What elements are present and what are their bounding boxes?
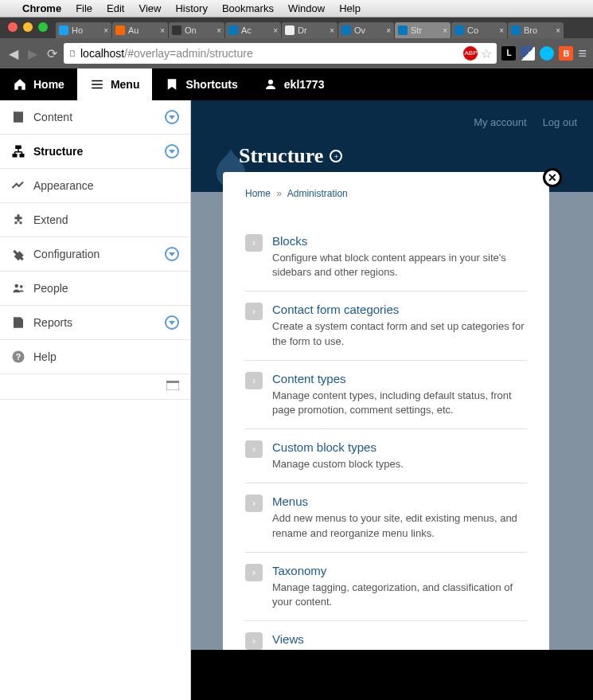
breadcrumb-home[interactable]: Home: [245, 188, 271, 199]
chevron-down-icon[interactable]: [165, 315, 179, 330]
sidebar-item-appearance[interactable]: Appearance: [0, 169, 190, 203]
sidebar-item-extend[interactable]: Extend: [0, 203, 190, 237]
menu-bookmarks[interactable]: Bookmarks: [222, 2, 274, 14]
address-bar[interactable]: 🗋 localhost/#overlay=admin/structure ABP…: [64, 43, 497, 64]
close-tab-icon[interactable]: ×: [217, 26, 221, 35]
admin-list: › Blocks Configure what block content ap…: [245, 223, 527, 675]
extension-icon[interactable]: [540, 46, 554, 61]
abp-icon[interactable]: ABP: [463, 46, 478, 61]
sidebar-item-people[interactable]: People: [0, 272, 190, 306]
user-links: My account Log out: [474, 116, 577, 128]
menu-view[interactable]: View: [138, 2, 161, 14]
menu-file[interactable]: File: [76, 2, 92, 14]
chevron-right-icon: ›: [245, 372, 263, 389]
sidebar-item-configuration[interactable]: Configuration: [0, 237, 190, 272]
close-tab-icon[interactable]: ×: [556, 26, 560, 35]
sidebar-orientation-toggle[interactable]: [0, 374, 190, 400]
chevron-right-icon: ›: [245, 632, 263, 650]
browser-tab[interactable]: Str×: [395, 22, 451, 38]
add-shortcut-button[interactable]: +: [330, 150, 342, 162]
browser-tab[interactable]: On×: [169, 22, 224, 38]
sidebar-item-structure[interactable]: Structure: [0, 135, 190, 169]
minimize-window-button[interactable]: [23, 22, 33, 32]
close-tab-icon[interactable]: ×: [443, 26, 447, 35]
admin-link[interactable]: Contact form categories: [272, 303, 527, 316]
zoom-window-button[interactable]: [38, 22, 48, 32]
sidebar-item-label: Content: [33, 111, 72, 123]
browser-tab[interactable]: Co×: [451, 22, 507, 38]
sidebar-item-label: Structure: [33, 145, 83, 158]
overlay-panel: ✕ Home » Administration › Blocks Configu…: [223, 172, 549, 700]
admin-item-contact[interactable]: › Contact form categories Create a syste…: [245, 291, 527, 359]
chevron-down-icon[interactable]: [165, 110, 179, 124]
chrome-menu-icon[interactable]: ≡: [578, 45, 587, 62]
admin-link[interactable]: Views: [272, 632, 527, 646]
config-icon: [11, 247, 25, 261]
toolbar-user[interactable]: ekl1773: [251, 68, 337, 100]
bookmark-star-icon[interactable]: ☆: [481, 46, 492, 61]
help-icon: ?: [11, 350, 25, 364]
admin-item-content-types[interactable]: › Content types Manage content types, in…: [245, 360, 527, 428]
svg-point-4: [15, 284, 19, 288]
sidebar-item-help[interactable]: ? Help: [0, 340, 190, 374]
close-tab-icon[interactable]: ×: [330, 26, 334, 35]
sidebar-item-reports[interactable]: Reports: [0, 306, 190, 340]
close-overlay-button[interactable]: ✕: [543, 168, 562, 187]
browser-tab[interactable]: Ac×: [225, 22, 281, 38]
close-tab-icon[interactable]: ×: [103, 26, 108, 35]
forward-button[interactable]: ▶: [25, 46, 40, 61]
extension-icon[interactable]: L: [501, 46, 516, 61]
chevron-right-icon: ›: [245, 440, 263, 458]
tab-label: Ac: [241, 25, 252, 35]
svg-rect-1: [16, 146, 21, 148]
menu-history[interactable]: History: [175, 2, 207, 14]
browser-tab[interactable]: Au×: [112, 22, 168, 38]
close-tab-icon[interactable]: ×: [160, 26, 165, 35]
extension-icon[interactable]: B: [559, 46, 573, 61]
svg-rect-9: [166, 381, 179, 383]
admin-item-menus[interactable]: › Menus Add new menus to your site, edit…: [245, 483, 527, 551]
favicon-icon: [398, 25, 408, 35]
browser-tab[interactable]: Ov×: [338, 22, 394, 38]
breadcrumb-admin[interactable]: Administration: [287, 188, 348, 199]
browser-tab[interactable]: Dr×: [282, 22, 337, 38]
menu-window[interactable]: Window: [288, 2, 325, 14]
content-icon: [11, 110, 25, 124]
logout-link[interactable]: Log out: [543, 116, 577, 128]
admin-item-blocks[interactable]: › Blocks Configure what block content ap…: [245, 223, 527, 291]
address-bar-row: ◀ ▶ ⟳ 🗋 localhost/#overlay=admin/structu…: [0, 38, 593, 68]
favicon-icon: [59, 25, 68, 35]
reload-button[interactable]: ⟳: [45, 46, 59, 61]
admin-item-taxonomy[interactable]: › Taxonomy Manage tagging, categorizatio…: [245, 552, 527, 620]
menu-app[interactable]: Chrome: [22, 2, 61, 14]
browser-tab[interactable]: Bro×: [508, 22, 564, 38]
chevron-down-icon[interactable]: [165, 247, 179, 261]
back-button[interactable]: ◀: [6, 46, 21, 61]
toolbar-home[interactable]: Home: [0, 68, 77, 100]
os-menubar: Chrome File Edit View History Bookmarks …: [0, 0, 593, 18]
close-tab-icon[interactable]: ×: [273, 26, 278, 35]
breadcrumb-separator: »: [276, 188, 282, 199]
tab-label: On: [185, 25, 197, 35]
close-window-button[interactable]: [8, 22, 18, 32]
admin-link[interactable]: Taxonomy: [272, 564, 527, 577]
browser-tab[interactable]: Ho×: [56, 22, 111, 38]
my-account-link[interactable]: My account: [474, 116, 526, 128]
menu-edit[interactable]: Edit: [107, 2, 124, 14]
tab-label: Dr: [298, 25, 307, 35]
delicious-icon[interactable]: [521, 46, 535, 61]
sidebar-item-content[interactable]: Content: [0, 100, 190, 135]
admin-item-custom-block[interactable]: › Custom block types Manage custom block…: [245, 428, 527, 483]
menu-help[interactable]: Help: [339, 2, 361, 14]
admin-link[interactable]: Menus: [272, 495, 527, 508]
admin-link[interactable]: Custom block types: [272, 440, 527, 454]
toolbar-menu[interactable]: Menu: [77, 68, 153, 100]
admin-link[interactable]: Content types: [272, 372, 527, 385]
close-tab-icon[interactable]: ×: [386, 26, 391, 35]
close-tab-icon[interactable]: ×: [499, 26, 504, 35]
chevron-down-icon[interactable]: [165, 144, 179, 158]
sidebar-item-label: Configuration: [33, 248, 99, 260]
toolbar-shortcuts[interactable]: Shortcuts: [152, 68, 250, 100]
site-info-icon[interactable]: 🗋: [68, 49, 77, 58]
admin-link[interactable]: Blocks: [272, 234, 527, 248]
